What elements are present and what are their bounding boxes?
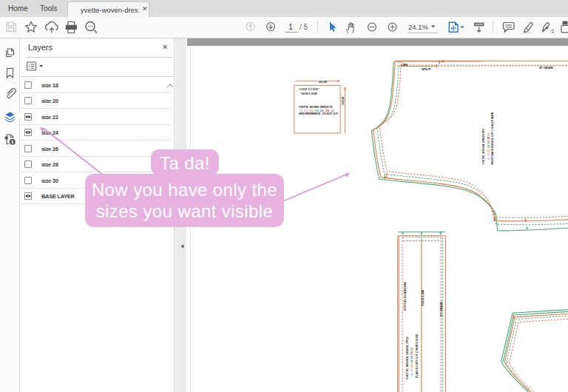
svg-text:PLAIN'S CUFF CUT 2 PAIR S.FUSE: PLAIN'S CUFF CUT 2 PAIR S.FUSE xyxy=(416,334,419,378)
svg-text:1: 1 xyxy=(288,23,293,31)
svg-text:SPLIT: SPLIT xyxy=(422,67,431,71)
svg-text:18 20 22 24 26 28 30: 18 20 22 24 26 28 30 xyxy=(410,347,413,376)
svg-text:RIGHT BACK BODICE CUT 1 S.ALLP: RIGHT BACK BODICE CUT 1 S.ALLP MAIN xyxy=(491,112,494,164)
svg-text:CBN: CBN xyxy=(402,64,408,67)
svg-text:24.1%: 24.1% xyxy=(408,23,428,31)
svg-text:10CM: 10CM xyxy=(341,97,345,106)
svg-text:ST GRAIN: ST GRAIN xyxy=(539,66,553,70)
svg-text:YVETTE_WOVEN_DRESS_FP12: YVETTE_WOVEN_DRESS_FP12 xyxy=(406,337,409,379)
svg-text:FOLD LINE: FOLD LINE xyxy=(421,289,425,305)
svg-text:3 15/16" X 3 15/16": 3 15/16" X 3 15/16" xyxy=(300,88,320,91)
svg-text:/ 5: / 5 xyxy=(300,23,308,31)
svg-text:*10CM X 10CM: *10CM X 10CM xyxy=(300,92,317,95)
svg-text:10CM: 10CM xyxy=(318,80,327,84)
svg-text:18 20 22 24 26 28 30: 18 20 22 24 26 28 30 xyxy=(487,132,490,160)
svg-text:GRID REFERENCE - DO NOT CUT: GRID REFERENCE - DO NOT CUT xyxy=(299,112,338,115)
svg-text:ST GRAIN: ST GRAIN xyxy=(439,302,443,317)
svg-text:YVETTE_WOVEN_DRESS-FP1: YVETTE_WOVEN_DRESS-FP1 xyxy=(482,129,485,165)
svg-text:STITCH GUIDELINE: STITCH GUIDELINE xyxy=(403,282,407,311)
